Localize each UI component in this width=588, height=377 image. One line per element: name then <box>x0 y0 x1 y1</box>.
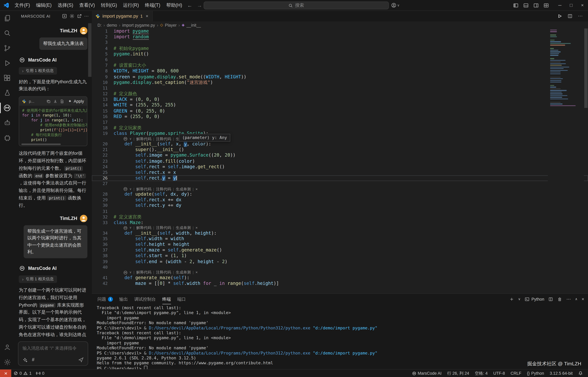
menu-run[interactable]: 运行(R) <box>120 0 142 11</box>
code-line[interactable]: 31 <box>92 209 588 214</box>
code-action-1[interactable]: 解释代码 <box>136 137 151 141</box>
chevron-down-icon[interactable]: ∨ <box>129 187 132 192</box>
code-line[interactable]: 33class Maze: <box>92 220 588 226</box>
menu-go[interactable]: 转到(G) <box>98 0 120 11</box>
code-line[interactable]: 7# 设置窗口大小 <box>92 63 588 68</box>
code-line[interactable]: 41 def generate_maze(self): <box>92 275 588 281</box>
code-line[interactable]: 21 super().__init__() <box>92 147 588 153</box>
toggle-panel-icon[interactable] <box>523 2 529 8</box>
bell-icon[interactable] <box>576 371 585 376</box>
tab-debug-console[interactable]: 调试控制台 <box>134 294 156 304</box>
menu-help[interactable]: 帮助(H) <box>163 0 185 11</box>
kill-terminal-icon[interactable] <box>557 297 562 302</box>
terminal-output[interactable]: Traceback (most recent call last): File … <box>92 304 588 369</box>
maximize-button[interactable]: □ <box>565 0 577 11</box>
code-line[interactable]: 27 <box>92 181 588 187</box>
new-chat-icon[interactable] <box>62 13 67 19</box>
code-line[interactable]: 13BLACK = (0, 0, 0) <box>92 97 588 102</box>
menu-selection[interactable]: 选择(S) <box>55 0 76 11</box>
run-file-icon[interactable] <box>557 13 562 19</box>
code-line[interactable]: 26 self.rect.y = y <box>92 176 588 181</box>
eol-sequence[interactable]: CRLF <box>508 371 524 376</box>
code-action-2[interactable]: 注释代码 <box>156 226 171 230</box>
code-line[interactable]: 34 def __init__(self, width, height): <box>92 230 588 236</box>
remote-indicator[interactable] <box>0 369 11 377</box>
close-icon[interactable]: × <box>195 270 198 275</box>
run-debug-icon[interactable] <box>0 55 14 71</box>
toggle-sidebar-icon[interactable] <box>513 2 519 8</box>
close-tab-icon[interactable]: × <box>146 13 148 19</box>
code-line[interactable]: 28 def update(self, dx, dy): <box>92 191 588 197</box>
search-sidebar-icon[interactable] <box>0 25 14 40</box>
close-icon[interactable]: × <box>195 226 198 230</box>
code-line[interactable]: 25 self.rect.x = x <box>92 170 588 176</box>
code-line[interactable]: 35 self.width = width <box>92 236 588 242</box>
breadcrumb-class[interactable]: Player <box>165 23 177 27</box>
reference-toggle[interactable]: ›引用 1 相关信息 <box>19 67 57 74</box>
ports-status[interactable]: 0 <box>34 371 47 376</box>
tab-terminal[interactable]: 终端 <box>162 294 171 304</box>
code-line[interactable]: 37 self.maze = self.generate_maze() <box>92 247 588 253</box>
code-line[interactable]: 36 self.height = height <box>92 242 588 247</box>
share-icon[interactable] <box>77 13 82 19</box>
chat-history[interactable]: TimLZH帮我生成九九乘法表MarsCode AI›引用 1 相关信息好的，下… <box>14 22 92 338</box>
command-center-search[interactable]: 搜索 <box>204 1 389 9</box>
code-line[interactable]: 24 self.rect = self.image.get_rect() <box>92 164 588 170</box>
code-line[interactable]: 20 def __init__(self, x, y, color): <box>92 141 588 147</box>
code-action-3[interactable]: 生成单测 <box>176 187 191 192</box>
code-action-2[interactable]: 注释代码 <box>156 137 171 141</box>
breadcrumb-folder[interactable]: demo <box>107 23 117 27</box>
nav-forward-icon[interactable]: → <box>197 2 202 8</box>
send-icon[interactable] <box>78 357 84 362</box>
horizontal-scrollbar[interactable] <box>19 143 87 146</box>
code-line[interactable]: 30 self.rect.y += dy <box>92 203 588 209</box>
code-line[interactable]: 14WHITE = (255, 255, 255) <box>92 102 588 108</box>
code-action-3[interactable]: 生成单测 <box>176 226 191 230</box>
indentation[interactable]: 空格: 4 <box>472 370 490 376</box>
chevron-down-icon[interactable]: ∨ <box>129 226 132 230</box>
nav-back-icon[interactable]: ← <box>187 2 192 8</box>
menu-edit[interactable]: 编辑(E) <box>33 0 55 11</box>
toggle-secondary-sidebar-icon[interactable] <box>533 2 539 8</box>
reference-toggle[interactable]: ›引用 1 相关信息 <box>19 275 57 283</box>
insert-into-file-icon[interactable] <box>60 99 64 103</box>
chat-input[interactable]: 输入消息或者 "/" 来选择指令 # <box>18 341 88 366</box>
inline-actions-row[interactable]: ∨|解释代码|注释代码|生成单测|× <box>92 187 588 192</box>
code-line[interactable]: 12# 定义颜色 <box>92 91 588 97</box>
ai-agent-icon[interactable] <box>0 115 14 130</box>
code-line[interactable]: 38 self.start = (1, 1) <box>92 253 588 259</box>
breadcrumb-file[interactable]: import pygame.py <box>122 23 155 27</box>
minimap[interactable] <box>548 28 584 294</box>
python-interpreter[interactable]: 3.12.5 64-bit <box>547 371 575 376</box>
chevron-down-icon[interactable]: ∨ <box>129 137 132 141</box>
extensions-icon[interactable] <box>0 71 14 85</box>
breadcrumb-method[interactable]: __init__ <box>186 23 201 27</box>
apply-button[interactable]: Apply <box>68 99 84 104</box>
source-control-icon[interactable] <box>0 40 14 55</box>
breadcrumb-drive[interactable]: D: <box>97 23 102 27</box>
inline-actions-row[interactable]: ∨|解释代码|注释代码|生成单测|× <box>92 137 588 141</box>
code-line[interactable]: 10pygame.display.set_caption("迷宫游戏") <box>92 80 588 85</box>
inline-actions-row[interactable]: ∨|解释代码|注释代码|生成单测|× <box>92 226 588 230</box>
code-line[interactable]: 8WIDTH, HEIGHT = 800, 600 <box>92 68 588 74</box>
marscode-ai-icon[interactable] <box>0 100 14 115</box>
tab-output[interactable]: 输出 <box>119 294 128 304</box>
code-line[interactable]: 19class Player(pygame.sprite.Sprite): <box>92 131 588 137</box>
account-icon[interactable] <box>0 340 14 354</box>
code-line[interactable]: 16RED = (255, 0, 0) <box>92 114 588 119</box>
terminal-profile-chevron-icon[interactable]: ∨ <box>518 297 521 301</box>
code-action-3[interactable]: 生成单测 <box>176 270 191 275</box>
chat-settings-gear-icon[interactable] <box>69 13 74 19</box>
code-line[interactable]: 6 <box>92 57 588 63</box>
chevron-down-icon[interactable]: ∨ <box>129 270 132 275</box>
code-line[interactable]: 17 <box>92 119 588 125</box>
close-panel-icon[interactable]: × <box>582 296 584 302</box>
cursor-position[interactable]: 行 26, 列 24 <box>445 370 471 376</box>
new-terminal-icon[interactable] <box>509 297 514 302</box>
tab-ports[interactable]: 端口 <box>177 294 186 304</box>
code-line[interactable]: 4# 初始化pygame <box>92 46 588 51</box>
code-action-1[interactable]: 解释代码 <box>136 270 151 275</box>
code-line[interactable]: 11 <box>92 85 588 91</box>
terminal-tab-python[interactable]: Python <box>525 297 544 302</box>
skills-sparkle-icon[interactable] <box>23 357 27 362</box>
